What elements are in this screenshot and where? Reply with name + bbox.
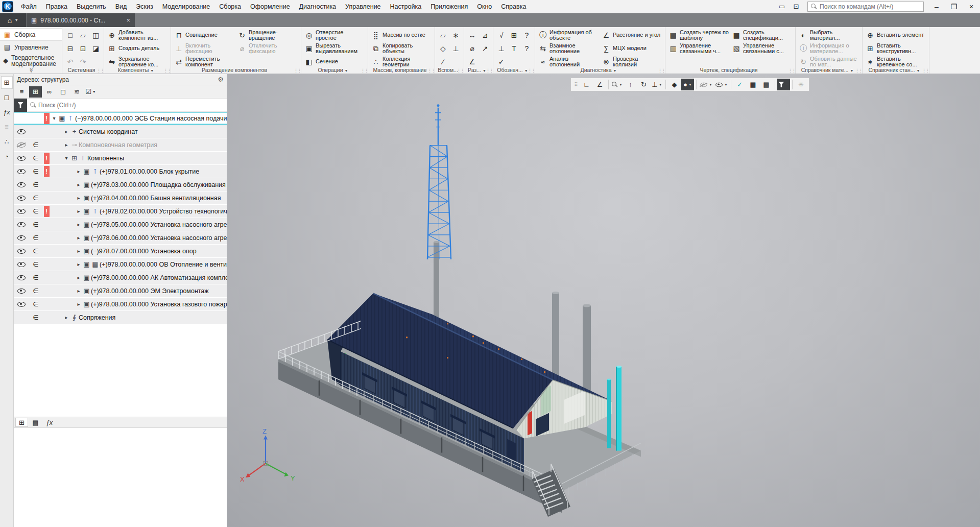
include-cell[interactable]: ∈ xyxy=(29,300,42,308)
menu-Эскиз[interactable]: Эскиз xyxy=(131,0,157,13)
tree-search-input[interactable] xyxy=(36,102,227,109)
visibility-cell[interactable] xyxy=(14,222,29,227)
tree-filter-button[interactable] xyxy=(14,99,27,112)
material-info[interactable]: ⓘИнформация о материале... xyxy=(797,42,861,55)
group-label[interactable]: Справочник стан...▼ xyxy=(863,67,929,74)
eye-icon[interactable] xyxy=(17,222,26,227)
eye-icon[interactable] xyxy=(17,262,26,267)
tree-item[interactable]: ∈!▸▣⊺(+)978.01.00.00.000 Блок укрытие xyxy=(14,165,227,178)
variables-panel-icon[interactable]: ƒx xyxy=(1,106,13,118)
home-tab-button[interactable]: ⌂▼ xyxy=(0,13,27,27)
info-object[interactable]: ⓘИнформация об объекте xyxy=(537,29,600,42)
expand-arrow-icon[interactable]: ▸ xyxy=(75,248,82,254)
include-cell[interactable]: ∈ xyxy=(29,207,42,215)
query-curve[interactable]: ? xyxy=(520,42,533,55)
visibility-cell[interactable] xyxy=(14,182,29,187)
expand-arrow-icon[interactable]: ▸ xyxy=(75,235,82,241)
group-label[interactable]: Диагностика▼ xyxy=(535,67,665,74)
aux-planes[interactable]: ◇ xyxy=(437,42,449,55)
aux-cs[interactable]: ⊥ xyxy=(449,42,462,55)
tree-display-options[interactable]: ☑▼ xyxy=(84,86,97,98)
dim-diameter[interactable]: ⌀ xyxy=(466,42,479,55)
visibility-cell[interactable] xyxy=(14,249,29,254)
sign-tolerance[interactable]: ⊞ xyxy=(508,29,520,42)
expand-arrow-icon[interactable]: ▸ xyxy=(75,288,82,294)
gear-icon[interactable]: ⚙ xyxy=(218,76,224,83)
structure-panel-icon[interactable]: ∴ xyxy=(1,135,13,148)
group-handle-icon[interactable]: ⋮⋮ xyxy=(486,68,493,73)
shaded-mode[interactable]: ●▼ xyxy=(681,79,694,90)
expand-arrow-icon[interactable]: ▸ xyxy=(75,301,82,307)
eye-hidden-icon[interactable] xyxy=(17,142,26,148)
include-cell[interactable]: ∈ xyxy=(29,194,42,202)
visibility-cell[interactable] xyxy=(14,196,29,201)
tree-structure-view[interactable]: ⊞ xyxy=(29,86,42,98)
expand-arrow-icon[interactable]: ▸ xyxy=(75,275,82,280)
designation-text[interactable]: T xyxy=(508,42,520,55)
expand-arrow-icon[interactable]: ▸ xyxy=(75,261,82,267)
selection-filters[interactable]: ▼ xyxy=(777,79,790,90)
new-document[interactable]: □ xyxy=(64,29,77,42)
eye-icon[interactable] xyxy=(17,196,26,201)
collapse-chevron-icon[interactable]: ≫ xyxy=(28,67,34,74)
menu-Окно[interactable]: Окно xyxy=(472,0,496,13)
eye-icon[interactable] xyxy=(17,129,26,134)
menu-Приложения[interactable]: Приложения xyxy=(426,0,472,13)
rotate-view[interactable]: ↻ xyxy=(637,79,650,90)
manage-linked-drawings[interactable]: ▥Управление связанными ч... xyxy=(667,42,730,55)
eye-icon[interactable] xyxy=(17,235,26,241)
toolbar-handle[interactable]: ⠿ xyxy=(572,79,580,90)
eye-icon[interactable] xyxy=(17,209,26,214)
print[interactable]: ⊟ xyxy=(64,42,77,55)
save[interactable]: ◫ xyxy=(89,29,102,42)
rotation-rotation[interactable]: ↻Вращение-вращение xyxy=(236,29,299,42)
tree-item[interactable]: ∈▸▣(+)978.00.00.00.000 ЭМ Электромонтаж xyxy=(14,284,227,298)
group-handle-icon[interactable]: ⋮⋮ xyxy=(922,68,929,73)
aux-plane[interactable]: ▱ xyxy=(437,29,449,42)
eye-icon[interactable] xyxy=(17,289,26,294)
include-cell[interactable]: ∈ xyxy=(29,274,42,281)
group-label[interactable]: Компоненты▼ xyxy=(104,67,171,74)
tree-item[interactable]: ∈▸▣(+)978.08.00.00.000 Установка газовог… xyxy=(14,298,227,311)
mutual-deviation[interactable]: ⇆Взаимное отклонение xyxy=(537,42,600,55)
group-handle-icon[interactable]: ⋮⋮ xyxy=(658,68,665,73)
group-handle-icon[interactable]: ⋮⋮ xyxy=(427,68,435,73)
open-document[interactable]: ▱ xyxy=(77,29,89,42)
expand-arrow-icon[interactable]: ▸ xyxy=(63,129,70,134)
tree-item[interactable]: ▸+Системы координат xyxy=(14,125,227,138)
include-cell[interactable]: ∈ xyxy=(29,234,42,242)
tab-close-icon[interactable]: × xyxy=(126,16,130,24)
sign-roughness[interactable]: √ xyxy=(495,29,508,42)
create-part[interactable]: ⊞Создать деталь xyxy=(106,42,169,55)
group-handle-icon[interactable]: ⋮⋮ xyxy=(294,68,301,73)
menu-Настройка[interactable]: Настройка xyxy=(386,0,426,13)
menu-panel-icon[interactable]: ≡ xyxy=(1,121,13,133)
tree-item[interactable]: ∈▸▣▦(+)978.00.00.00.000 ОВ Отопление и в… xyxy=(14,258,227,271)
include-cell[interactable]: ∈ xyxy=(29,154,42,162)
distance-angle[interactable]: ∠Расстояние и угол xyxy=(600,29,663,42)
include-cell[interactable]: ∈ xyxy=(29,221,42,228)
visibility-cell[interactable] xyxy=(14,209,29,214)
eye-icon[interactable] xyxy=(17,182,26,187)
expand-arrow-icon[interactable]: ▸ xyxy=(75,169,82,174)
include-cell[interactable]: ∈ xyxy=(29,314,42,321)
menu-Управление[interactable]: Управление xyxy=(341,0,386,13)
quick-filters[interactable]: ✓ xyxy=(733,79,746,90)
group-handle-icon[interactable]: ⋮⋮ xyxy=(163,68,171,73)
visibility-cell[interactable] xyxy=(14,289,29,294)
save-as[interactable]: ◪ xyxy=(89,42,102,55)
include-cell[interactable]: ∈ xyxy=(29,141,42,149)
tree-item[interactable]: ∈▸▣(+)978.04.00.00.000 Башня вентиляцион… xyxy=(14,191,227,205)
menu-Правка[interactable]: Правка xyxy=(41,0,72,13)
menu-Вид[interactable]: Вид xyxy=(111,0,132,13)
tree-item[interactable]: ∈▸▣(+)978.00.00.00.000 АК Автоматизация … xyxy=(14,271,227,284)
include-cell[interactable]: ∈ xyxy=(29,287,42,295)
menu-Сборка[interactable]: Сборка xyxy=(214,0,246,13)
group-handle-icon[interactable]: ⋮⋮ xyxy=(528,68,535,73)
list-tab[interactable]: ▤ xyxy=(29,418,42,427)
group-handle-icon[interactable]: ⋮⋮ xyxy=(788,68,795,73)
orient-model[interactable]: ↑ xyxy=(624,79,637,90)
menu-Оформление[interactable]: Оформление xyxy=(246,0,295,13)
group-handle-icon[interactable]: ⋮⋮ xyxy=(855,68,862,73)
grid-array[interactable]: ⣿Массив по сетке xyxy=(370,29,433,42)
